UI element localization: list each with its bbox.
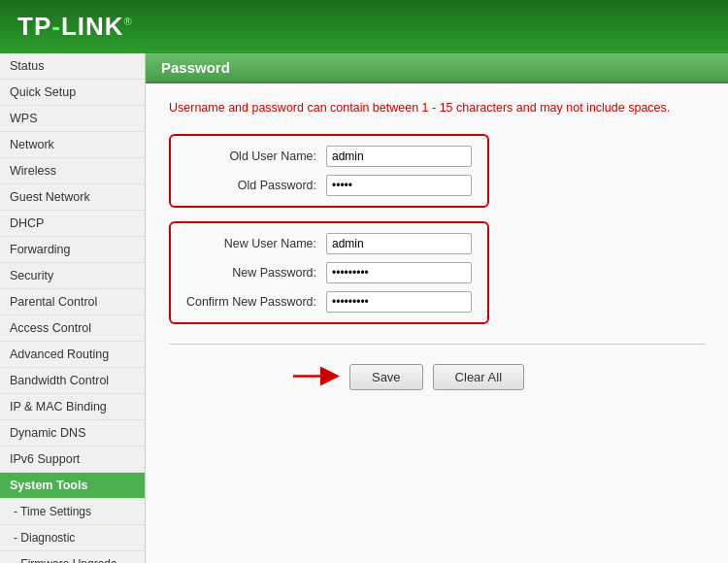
sidebar-item-systemtools[interactable]: System Tools: [0, 473, 145, 499]
layout: Status Quick Setup WPS Network Wireless …: [0, 53, 728, 563]
sidebar-item-dhcp[interactable]: DHCP: [0, 211, 145, 237]
sidebar-item-guestnetwork[interactable]: Guest Network: [0, 184, 145, 211]
sidebar-item-ipmacbinding[interactable]: IP & MAC Binding: [0, 394, 145, 420]
save-button[interactable]: Save: [349, 364, 423, 390]
content-area: Username and password can contain betwee…: [146, 83, 728, 408]
sidebar-item-network[interactable]: Network: [0, 132, 145, 158]
button-row: Save Clear All: [169, 364, 705, 390]
sidebar-item-timesettings[interactable]: - Time Settings: [0, 499, 145, 525]
sidebar-item-forwarding[interactable]: Forwarding: [0, 237, 145, 263]
page-title: Password: [146, 53, 728, 83]
sidebar-item-diagnostic[interactable]: - Diagnostic: [0, 525, 145, 551]
old-password-row: Old Password:: [171, 175, 472, 196]
sidebar: Status Quick Setup WPS Network Wireless …: [0, 53, 146, 563]
sidebar-item-status[interactable]: Status: [0, 53, 145, 80]
old-credentials-section: Old User Name: Old Password:: [169, 134, 705, 208]
new-credentials-section: New User Name: New Password: Confirm New…: [169, 221, 705, 324]
header: TP-LINK®: [0, 0, 728, 53]
save-arrow: [291, 364, 345, 390]
sidebar-item-quicksetup[interactable]: Quick Setup: [0, 80, 145, 106]
sidebar-item-ipv6support[interactable]: IPv6 Support: [0, 447, 145, 473]
divider: [169, 344, 705, 345]
sidebar-item-firmwareupgrade[interactable]: - Firmware Upgrade: [0, 551, 145, 563]
old-password-label: Old Password:: [171, 179, 326, 192]
sidebar-item-wps[interactable]: WPS: [0, 106, 145, 132]
new-password-label: New Password:: [171, 266, 326, 280]
sidebar-item-bandwidthcontrol[interactable]: Bandwidth Control: [0, 368, 145, 394]
old-username-input[interactable]: [326, 146, 472, 167]
sidebar-item-wireless[interactable]: Wireless: [0, 158, 145, 184]
old-username-label: Old User Name:: [171, 149, 326, 163]
notice-text: Username and password can contain betwee…: [169, 101, 705, 115]
logo: TP-LINK®: [17, 12, 133, 42]
sidebar-item-accesscontrol[interactable]: Access Control: [0, 315, 145, 342]
new-username-row: New User Name:: [171, 233, 472, 254]
sidebar-item-advancedrouting[interactable]: Advanced Routing: [0, 342, 145, 368]
new-password-row: New Password:: [171, 262, 472, 283]
clear-button[interactable]: Clear All: [433, 364, 524, 390]
confirm-password-label: Confirm New Password:: [171, 295, 326, 309]
new-password-input[interactable]: [326, 262, 472, 283]
sidebar-item-security[interactable]: Security: [0, 263, 145, 289]
sidebar-item-dynamicdns[interactable]: Dynamic DNS: [0, 420, 145, 447]
confirm-password-input[interactable]: [326, 291, 472, 313]
confirm-password-row: Confirm New Password:: [171, 291, 472, 313]
new-username-input[interactable]: [326, 233, 472, 254]
new-username-label: New User Name:: [171, 237, 326, 250]
old-username-row: Old User Name:: [171, 146, 472, 167]
old-password-input[interactable]: [326, 175, 472, 196]
sidebar-item-parentalcontrol[interactable]: Parental Control: [0, 289, 145, 315]
main-content: Password Username and password can conta…: [146, 53, 728, 563]
